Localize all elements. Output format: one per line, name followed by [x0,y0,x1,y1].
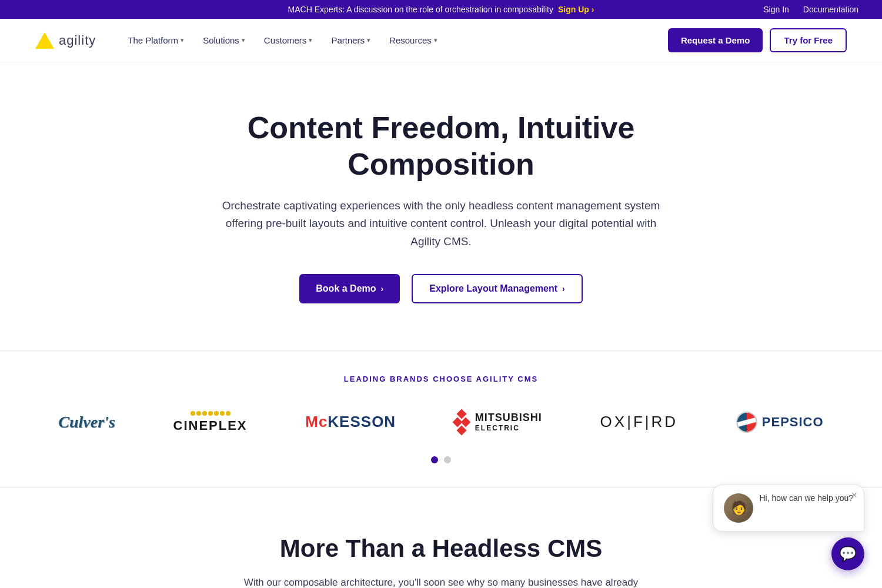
try-free-button[interactable]: Try for Free [770,28,847,52]
brands-section: LEADING BRANDS CHOOSE AGILITY CMS Culver… [0,350,882,487]
banner-signup-link[interactable]: Sign Up › [558,5,594,14]
nav-item-platform[interactable]: The Platform ▾ [119,31,192,50]
explore-layout-button[interactable]: Explore Layout Management › [412,274,583,303]
arrow-icon: › [562,284,565,293]
carousel-dot-2[interactable] [444,456,451,463]
nav-item-solutions[interactable]: Solutions ▾ [195,31,253,50]
nav-item-customers[interactable]: Customers ▾ [256,31,321,50]
chevron-down-icon: ▾ [434,36,437,44]
header-cta: Request a Demo Try for Free [668,28,847,52]
main-nav: The Platform ▾ Solutions ▾ Customers ▾ P… [119,31,668,50]
nav-item-partners[interactable]: Partners ▾ [323,31,379,50]
book-demo-button[interactable]: Book a Demo › [299,274,400,303]
hero-buttons: Book a Demo › Explore Layout Management … [200,274,682,303]
chat-widget: 🧑 Hi, how can we help you? × 💬 [713,485,864,570]
chevron-down-icon: ▾ [181,36,184,44]
sign-in-link[interactable]: Sign In [763,5,789,14]
arrow-icon: › [381,284,384,293]
chevron-down-icon: ▾ [367,36,370,44]
chat-avatar: 🧑 [724,493,753,523]
brands-label: LEADING BRANDS CHOOSE AGILITY CMS [35,375,847,383]
pepsi-globe-icon [736,412,757,433]
banner-text: MACH Experts: A discussion on the role o… [288,5,553,14]
logo-triangle-icon [35,32,54,49]
logo-text: agility [59,33,96,48]
signup-arrow: › [592,5,594,14]
pepsico-logo: PEPSICO [736,405,824,440]
chevron-down-icon: ▾ [242,36,245,44]
chat-open-button[interactable]: 💬 [831,537,864,570]
hero-heading: Content Freedom, Intuitive Composition [200,109,682,183]
logo[interactable]: agility [35,32,96,49]
carousel-dot-1[interactable] [431,456,438,463]
cineplex-logo: CINEPLEX [173,405,248,440]
banner-right-links: Sign In Documentation [763,5,858,14]
more-headless-subtext: With our composable architecture, you'll… [235,574,647,588]
header: agility The Platform ▾ Solutions ▾ Custo… [0,19,882,62]
more-headless-heading: More Than a Headless CMS [200,534,682,563]
chat-bubble-text: Hi, how can we help you? [759,493,853,503]
nav-item-resources[interactable]: Resources ▾ [381,31,446,50]
oxford-logo: OX|F|RD [600,405,679,440]
chevron-down-icon: ▾ [309,36,312,44]
hero-subtext: Orchestrate captivating experiences with… [218,197,664,250]
request-demo-button[interactable]: Request a Demo [668,28,763,52]
mitsubishi-logo: MITSUBISHI ELECTRIC [454,405,542,440]
chat-bubble-inner: Hi, how can we help you? [759,493,853,503]
carousel-dots [35,456,847,463]
mckesson-logo: McKESSON [305,405,396,440]
top-banner: MACH Experts: A discussion on the role o… [0,0,882,19]
chat-bubble: 🧑 Hi, how can we help you? × [713,485,864,532]
chat-close-icon[interactable]: × [851,489,857,502]
culvers-logo: Culver's [58,405,115,440]
hero-section: Content Freedom, Intuitive Composition O… [176,62,706,339]
chat-icon: 💬 [839,546,857,562]
brands-logos: Culver's CINEPLEX McKESSON [35,405,847,440]
documentation-link[interactable]: Documentation [803,5,858,14]
